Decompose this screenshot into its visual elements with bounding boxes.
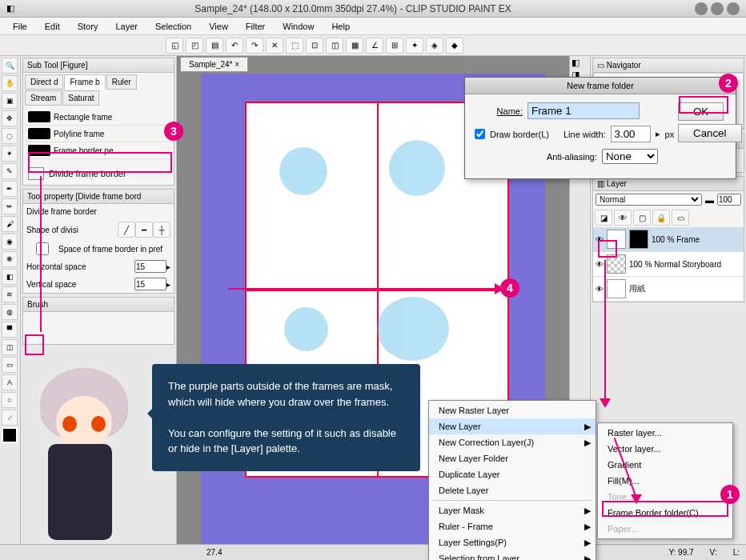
name-input[interactable] xyxy=(527,102,640,119)
menu-edit[interactable]: Edit xyxy=(37,19,68,34)
tool-brush-icon[interactable]: 🖌 xyxy=(2,216,18,232)
subtab-frame[interactable]: Frame b xyxy=(64,74,105,90)
subtab-ruler[interactable]: Ruler xyxy=(106,74,137,90)
cancel-button[interactable]: Cancel xyxy=(678,124,742,142)
menu-file[interactable]: File xyxy=(5,19,35,34)
subtab-saturat[interactable]: Saturat xyxy=(62,90,99,106)
opacity-input[interactable] xyxy=(717,194,741,206)
tb-snap3-icon[interactable]: ✦ xyxy=(406,38,423,54)
menu-window[interactable]: Window xyxy=(275,19,322,34)
tool-blend-icon[interactable]: ≋ xyxy=(2,286,18,302)
tool-wand-icon[interactable]: ✦ xyxy=(2,146,18,162)
aa-select[interactable]: None xyxy=(602,149,658,164)
document-tab[interactable]: Sample_24* × xyxy=(180,57,248,72)
ctx-frame-border-folder[interactable]: Frame Border folder(C)... xyxy=(598,505,732,521)
submenu-arrow-icon: ▶ xyxy=(584,422,591,432)
eye-icon[interactable]: 👁 xyxy=(596,260,604,269)
chevron-icon[interactable]: ▸ xyxy=(166,280,170,289)
tool-zoom-icon[interactable]: 🔍 xyxy=(2,58,18,74)
draw-border-checkbox[interactable] xyxy=(475,129,485,139)
maximize-button[interactable] xyxy=(711,2,724,15)
menu-layer[interactable]: Layer xyxy=(107,19,146,34)
tb-zoom-icon[interactable]: ⊡ xyxy=(306,38,323,54)
blend-mode-select[interactable]: Normal xyxy=(596,194,702,206)
layer-btn3-icon[interactable]: ▢ xyxy=(633,210,651,226)
tb-csp-icon[interactable]: ◆ xyxy=(446,38,463,54)
subtab-stream[interactable]: Stream xyxy=(25,90,62,106)
chevron-icon[interactable]: ▸ xyxy=(166,262,170,271)
tool-deco-icon[interactable]: ❋ xyxy=(2,251,18,267)
ok-button[interactable]: OK xyxy=(678,102,724,121)
layer-btn4-icon[interactable]: 🔒 xyxy=(652,210,670,226)
tool-eraser-icon[interactable]: ◧ xyxy=(2,269,18,285)
ctx-gradient[interactable]: Gradient xyxy=(598,457,732,473)
layer-btn2-icon[interactable]: 👁 xyxy=(614,210,632,226)
chevron-icon[interactable]: ▸ xyxy=(656,129,660,139)
subtab-direct[interactable]: Direct d xyxy=(25,74,63,90)
menu-selection[interactable]: Selection xyxy=(147,19,199,34)
subtool-divide-frame[interactable]: Divide frame border xyxy=(25,164,172,183)
menu-help[interactable]: Help xyxy=(323,19,358,34)
ctx-layer-mask[interactable]: Layer Mask▶ xyxy=(429,502,596,518)
ctx-new-raster[interactable]: New Raster Layer xyxy=(429,402,596,418)
ctx-fill[interactable]: Fill(M)... xyxy=(598,473,732,489)
minimize-button[interactable] xyxy=(695,2,708,15)
tb-ref-icon[interactable]: ◫ xyxy=(326,38,343,54)
ctx-ruler-frame[interactable]: Ruler - Frame▶ xyxy=(429,518,596,534)
menu-filter[interactable]: Filter xyxy=(238,19,273,34)
tool-picker-icon[interactable]: ✎ xyxy=(2,163,18,179)
tb-snap2-icon[interactable]: ⊞ xyxy=(386,38,403,54)
shape-v-icon[interactable]: ━ xyxy=(135,222,153,238)
eye-icon[interactable]: 👁 xyxy=(596,285,604,294)
close-tab-icon[interactable]: × xyxy=(235,60,239,69)
ctx-selection-from[interactable]: Selection from Layer▶ xyxy=(429,550,596,560)
line-width-input[interactable] xyxy=(611,126,651,142)
coord-y: Y: 99.7 xyxy=(668,548,693,557)
tb-new-icon[interactable]: ◱ xyxy=(166,38,183,54)
tool-move-icon[interactable]: ✋ xyxy=(2,75,18,91)
ctx-new-correction[interactable]: New Correction Layer(J)▶ xyxy=(429,434,596,450)
ctx-raster-layer[interactable]: Raster layer... xyxy=(598,425,732,441)
ctx-duplicate[interactable]: Duplicate Layer xyxy=(429,466,596,482)
tool-figure-icon[interactable]: ◫ xyxy=(2,339,18,355)
tool-marquee-icon[interactable]: ◌ xyxy=(2,128,18,144)
subtool-poly-frame[interactable]: Polyline frame xyxy=(25,126,172,142)
layer-btn1-icon[interactable]: ◪ xyxy=(595,210,612,226)
ctx-new-folder[interactable]: New Layer Folder xyxy=(429,450,596,466)
tool-fill-icon[interactable]: ◍ xyxy=(2,304,18,320)
tb-sel-icon[interactable]: ⬚ xyxy=(286,38,303,54)
tb-clear-icon[interactable]: ✕ xyxy=(266,38,283,54)
menu-story[interactable]: Story xyxy=(70,19,106,34)
shape-b-icon[interactable]: ┼ xyxy=(153,222,170,238)
tool-pencil-icon[interactable]: ✏ xyxy=(2,198,18,214)
tb-3d-icon[interactable]: ◈ xyxy=(426,38,443,54)
ctx-delete[interactable]: Delete Layer xyxy=(429,482,596,498)
ctx-new-layer[interactable]: New Layer▶ xyxy=(429,418,596,434)
tool-grad-icon[interactable]: ▀ xyxy=(2,322,18,338)
ctx-layer-settings[interactable]: Layer Settings(P)▶ xyxy=(429,534,596,550)
vspace-input[interactable] xyxy=(134,278,166,290)
close-button[interactable] xyxy=(727,2,740,15)
tb-grid-icon[interactable]: ▦ xyxy=(346,38,363,54)
layer-item-paper[interactable]: 👁 用紙 xyxy=(593,277,744,302)
tb-open-icon[interactable]: ◰ xyxy=(186,38,203,54)
layer-btn5-icon[interactable]: ▭ xyxy=(672,210,689,226)
tb-snap1-icon[interactable]: ∠ xyxy=(366,38,383,54)
menu-view[interactable]: View xyxy=(201,19,236,34)
space-checkbox[interactable] xyxy=(26,242,58,255)
hspace-input[interactable] xyxy=(134,260,166,273)
tool-pen-icon[interactable]: ✒ xyxy=(2,181,18,197)
subtool-rect-frame[interactable]: Rectangle frame xyxy=(25,109,172,126)
rtool-1-icon[interactable]: ◧ xyxy=(572,58,588,68)
tb-undo-icon[interactable]: ↶ xyxy=(226,38,243,54)
subtool-frame-border-pen[interactable]: Frame border pe xyxy=(25,142,172,159)
layer-item-frame[interactable]: 👁 100 % Frame xyxy=(593,227,744,252)
tb-redo-icon[interactable]: ↷ xyxy=(246,38,263,54)
tool-air-icon[interactable]: ◉ xyxy=(2,234,18,250)
tool-moveobj-icon[interactable]: ✥ xyxy=(2,110,18,126)
tool-operation-icon[interactable]: ▣ xyxy=(2,93,18,109)
shape-h-icon[interactable]: ╱ xyxy=(118,222,135,238)
tb-save-icon[interactable]: ▤ xyxy=(206,38,223,54)
eye-icon[interactable]: 👁 xyxy=(596,235,604,244)
layer-item-storyboard[interactable]: 👁 100 % Normal Storyboard xyxy=(593,252,744,277)
